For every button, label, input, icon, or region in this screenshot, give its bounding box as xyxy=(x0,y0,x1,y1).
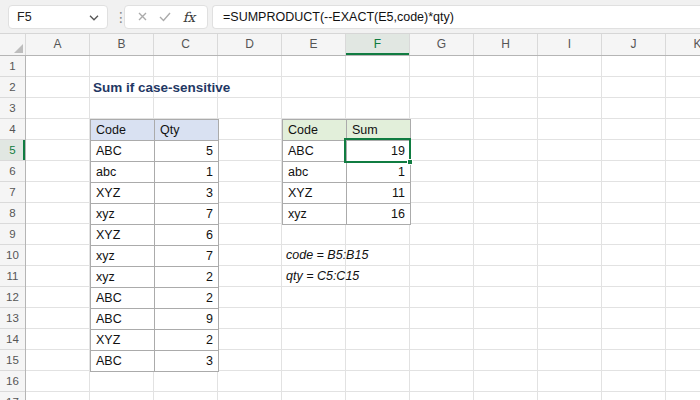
formula-bar: F5 ⋮ fx =SUMPRODUCT(--EXACT(E5,code)*qty… xyxy=(0,0,700,34)
table-cell[interactable]: XYZ xyxy=(91,330,155,351)
row-header-2[interactable]: 2 xyxy=(0,77,25,98)
excel-window: F5 ⋮ fx =SUMPRODUCT(--EXACT(E5,code)*qty… xyxy=(0,0,700,400)
column-header-e[interactable]: E xyxy=(282,34,346,55)
table-cell[interactable]: 11 xyxy=(347,183,411,204)
table-cell[interactable]: ABC xyxy=(91,288,155,309)
column-header-k[interactable]: K xyxy=(666,34,700,55)
column-header-a[interactable]: A xyxy=(26,34,90,55)
column-header-h[interactable]: H xyxy=(474,34,538,55)
table2-header-sum[interactable]: Sum xyxy=(347,120,411,141)
table-cell[interactable]: 1 xyxy=(155,162,219,183)
selected-cell-f5[interactable]: 19 xyxy=(347,141,411,162)
row-header-16[interactable]: 16 xyxy=(0,371,25,392)
table-cell[interactable]: 2 xyxy=(155,288,219,309)
formula-input[interactable]: =SUMPRODUCT(--EXACT(E5,code)*qty) xyxy=(212,5,700,29)
table-cell[interactable]: 2 xyxy=(155,330,219,351)
row-header-10[interactable]: 10 xyxy=(0,245,25,266)
page-title[interactable]: Sum if case-sensitive xyxy=(90,77,230,98)
sheet-grid[interactable]: 1 2 3 4 5 6 7 8 9 10 11 12 13 14 15 16 1… xyxy=(0,56,700,400)
row-header-17[interactable]: 17 xyxy=(0,392,25,400)
data-table-code-qty: Code Qty ABC 5 abc 1 XYZ 3 xyz 7 XYZ 6 x… xyxy=(90,119,219,372)
named-range-note-qty[interactable]: qty = C5:C15 xyxy=(282,266,359,287)
table-cell[interactable]: abc xyxy=(283,162,347,183)
table-cell[interactable]: 1 xyxy=(347,162,411,183)
column-header-b[interactable]: B xyxy=(90,34,154,55)
cancel-icon[interactable] xyxy=(137,8,148,26)
column-header-i[interactable]: I xyxy=(538,34,602,55)
table2-header-code[interactable]: Code xyxy=(283,120,347,141)
column-header-f-selected[interactable]: F xyxy=(346,34,410,55)
table-cell[interactable]: xyz xyxy=(91,267,155,288)
select-all-triangle-icon xyxy=(14,44,23,53)
name-box[interactable]: F5 xyxy=(8,5,108,29)
table-cell[interactable]: xyz xyxy=(91,246,155,267)
name-box-value: F5 xyxy=(17,10,32,24)
fill-handle[interactable] xyxy=(407,159,413,165)
row-headers: 1 2 3 4 5 6 7 8 9 10 11 12 13 14 15 16 1… xyxy=(0,56,26,400)
column-headers: A B C D E F G H I J K xyxy=(0,34,700,56)
row-header-9[interactable]: 9 xyxy=(0,224,25,245)
table-cell[interactable]: 7 xyxy=(155,246,219,267)
select-all-button[interactable] xyxy=(0,34,26,55)
table-cell[interactable]: xyz xyxy=(91,204,155,225)
table-cell[interactable]: ABC xyxy=(283,141,347,162)
insert-function-icon[interactable]: fx xyxy=(183,9,196,25)
table-cell[interactable]: ABC xyxy=(91,351,155,372)
table-cell[interactable]: 16 xyxy=(347,204,411,225)
table-cell[interactable]: abc xyxy=(91,162,155,183)
table-cell[interactable]: 7 xyxy=(155,204,219,225)
row-header-6[interactable]: 6 xyxy=(0,161,25,182)
column-header-g[interactable]: G xyxy=(410,34,474,55)
row-header-7[interactable]: 7 xyxy=(0,182,25,203)
row-header-13[interactable]: 13 xyxy=(0,308,25,329)
table-cell[interactable]: 2 xyxy=(155,267,219,288)
column-header-c[interactable]: C xyxy=(154,34,218,55)
table-cell[interactable]: 6 xyxy=(155,225,219,246)
row-header-3[interactable]: 3 xyxy=(0,98,25,119)
column-header-d[interactable]: D xyxy=(218,34,282,55)
row-header-12[interactable]: 12 xyxy=(0,287,25,308)
table-cell[interactable]: XYZ xyxy=(91,225,155,246)
formula-bar-buttons: fx xyxy=(124,5,208,29)
table-cell[interactable]: ABC xyxy=(91,141,155,162)
table-cell[interactable]: 3 xyxy=(155,351,219,372)
result-table-code-sum: Code Sum ABC 19 abc 1 XYZ 11 xyz 16 xyxy=(282,119,411,225)
row-header-1[interactable]: 1 xyxy=(0,56,25,77)
table-cell[interactable]: 9 xyxy=(155,309,219,330)
table-cell[interactable]: ABC xyxy=(91,309,155,330)
row-header-8[interactable]: 8 xyxy=(0,203,25,224)
column-header-j[interactable]: J xyxy=(602,34,666,55)
row-header-5-selected[interactable]: 5 xyxy=(0,140,25,161)
formula-text: =SUMPRODUCT(--EXACT(E5,code)*qty) xyxy=(223,10,454,24)
table1-header-code[interactable]: Code xyxy=(91,120,155,141)
row-header-15[interactable]: 15 xyxy=(0,350,25,371)
table-cell[interactable]: 5 xyxy=(155,141,219,162)
table-cell[interactable]: xyz xyxy=(283,204,347,225)
chevron-down-icon[interactable] xyxy=(89,10,99,24)
table-cell[interactable]: XYZ xyxy=(91,183,155,204)
table-cell[interactable]: XYZ xyxy=(283,183,347,204)
row-header-11[interactable]: 11 xyxy=(0,266,25,287)
table1-header-qty[interactable]: Qty xyxy=(155,120,219,141)
enter-check-icon[interactable] xyxy=(159,8,171,26)
table-cell[interactable]: 3 xyxy=(155,183,219,204)
named-range-note-code[interactable]: code = B5:B15 xyxy=(282,245,368,266)
row-header-4[interactable]: 4 xyxy=(0,119,25,140)
row-header-14[interactable]: 14 xyxy=(0,329,25,350)
